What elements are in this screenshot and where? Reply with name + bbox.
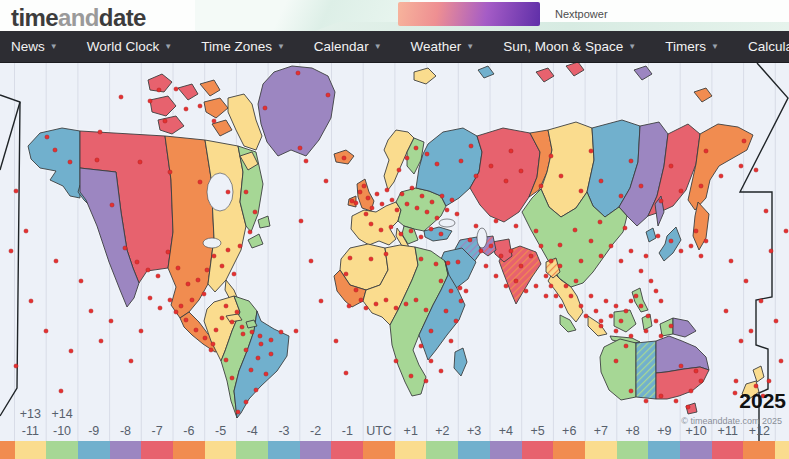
city-dot[interactable] bbox=[699, 184, 703, 188]
city-dot[interactable] bbox=[598, 220, 602, 224]
city-dot[interactable] bbox=[459, 299, 463, 303]
city-dot[interactable] bbox=[514, 224, 518, 228]
landmasses[interactable] bbox=[28, 63, 764, 418]
city-dot[interactable] bbox=[779, 359, 783, 363]
city-dot[interactable] bbox=[519, 169, 523, 173]
city-dot[interactable] bbox=[168, 298, 172, 302]
city-dot[interactable] bbox=[362, 184, 366, 188]
city-dot[interactable] bbox=[109, 319, 113, 323]
city-dot[interactable] bbox=[589, 239, 593, 243]
city-dot[interactable] bbox=[232, 272, 236, 276]
city-dot[interactable] bbox=[54, 259, 58, 263]
city-dot[interactable] bbox=[629, 389, 633, 393]
city-dot[interactable] bbox=[253, 210, 257, 214]
city-dot[interactable] bbox=[319, 299, 323, 303]
city-dot[interactable] bbox=[269, 338, 273, 342]
city-dot[interactable] bbox=[347, 304, 351, 308]
city-dot[interactable] bbox=[529, 254, 533, 258]
city-dot[interactable] bbox=[623, 226, 627, 230]
city-dot[interactable] bbox=[9, 249, 13, 253]
city-dot[interactable] bbox=[399, 232, 403, 236]
city-dot[interactable] bbox=[298, 146, 302, 150]
city-dot[interactable] bbox=[539, 184, 543, 188]
city-dot[interactable] bbox=[704, 149, 708, 153]
city-dot[interactable] bbox=[334, 339, 338, 343]
city-dot[interactable] bbox=[573, 228, 577, 232]
city-dot[interactable] bbox=[250, 330, 254, 334]
city-dot[interactable] bbox=[119, 95, 123, 99]
city-dot[interactable] bbox=[435, 162, 439, 166]
nav-item-sun-moon-space[interactable]: Sun, Moon & Space▼ bbox=[503, 39, 636, 54]
city-dot[interactable] bbox=[609, 314, 613, 318]
city-dot[interactable] bbox=[369, 222, 373, 226]
city-dot[interactable] bbox=[364, 306, 368, 310]
city-dot[interactable] bbox=[419, 235, 423, 239]
city-dot[interactable] bbox=[439, 369, 443, 373]
city-dot[interactable] bbox=[397, 168, 401, 172]
city-dot[interactable] bbox=[89, 309, 93, 313]
city-dot[interactable] bbox=[409, 374, 413, 378]
city-dot[interactable] bbox=[694, 369, 698, 373]
city-dot[interactable] bbox=[176, 266, 180, 270]
city-dot[interactable] bbox=[679, 249, 683, 253]
city-dot[interactable] bbox=[429, 227, 433, 231]
nav-item-weather[interactable]: Weather▼ bbox=[411, 39, 475, 54]
city-dot[interactable] bbox=[296, 71, 300, 75]
city-dot[interactable] bbox=[489, 164, 493, 168]
city-dot[interactable] bbox=[190, 298, 194, 302]
city-dot[interactable] bbox=[249, 368, 253, 372]
city-dot[interactable] bbox=[384, 252, 388, 256]
city-dot[interactable] bbox=[241, 332, 245, 336]
city-dot[interactable] bbox=[304, 159, 308, 163]
nav-item-world-clock[interactable]: World Clock▼ bbox=[87, 39, 172, 54]
city-dot[interactable] bbox=[444, 309, 448, 313]
city-dot[interactable] bbox=[599, 179, 603, 183]
city-dot[interactable] bbox=[579, 259, 583, 263]
city-dot[interactable] bbox=[44, 329, 48, 333]
city-dot[interactable] bbox=[656, 234, 660, 238]
city-dot[interactable] bbox=[129, 359, 133, 363]
nav-item-timers[interactable]: Timers▼ bbox=[665, 39, 719, 54]
city-dot[interactable] bbox=[264, 372, 268, 376]
city-dot[interactable] bbox=[138, 160, 142, 164]
city-dot[interactable] bbox=[203, 336, 207, 340]
city-dot[interactable] bbox=[220, 316, 224, 320]
city-dot[interactable] bbox=[198, 180, 202, 184]
city-dot[interactable] bbox=[224, 358, 228, 362]
city-dot[interactable] bbox=[446, 261, 450, 265]
city-dot[interactable] bbox=[224, 304, 228, 308]
city-dot[interactable] bbox=[379, 228, 383, 232]
city-dot[interactable] bbox=[699, 379, 703, 383]
city-dot[interactable] bbox=[196, 278, 200, 282]
city-dot[interactable] bbox=[380, 202, 384, 206]
city-dot[interactable] bbox=[624, 309, 628, 313]
city-dot[interactable] bbox=[739, 164, 743, 168]
city-dot[interactable] bbox=[579, 189, 583, 193]
city-dot[interactable] bbox=[589, 294, 593, 298]
city-dot[interactable] bbox=[69, 349, 73, 353]
city-dot[interactable] bbox=[14, 364, 18, 368]
city-dot[interactable] bbox=[256, 356, 260, 360]
city-dot[interactable] bbox=[574, 279, 578, 283]
city-dot[interactable] bbox=[45, 135, 49, 139]
city-dot[interactable] bbox=[344, 371, 348, 375]
city-dot[interactable] bbox=[146, 268, 150, 272]
city-dot[interactable] bbox=[194, 328, 198, 332]
city-dot[interactable] bbox=[539, 244, 543, 248]
city-dot[interactable] bbox=[263, 106, 267, 110]
city-dot[interactable] bbox=[468, 238, 472, 242]
city-dot[interactable] bbox=[157, 88, 161, 92]
city-dot[interactable] bbox=[639, 269, 643, 273]
city-dot[interactable] bbox=[604, 299, 608, 303]
city-dot[interactable] bbox=[629, 249, 633, 253]
city-dot[interactable] bbox=[509, 249, 513, 253]
nav-item-calculators[interactable]: Calculators▼ bbox=[748, 39, 789, 54]
city-dot[interactable] bbox=[599, 254, 603, 258]
city-dot[interactable] bbox=[244, 400, 248, 404]
city-dot[interactable] bbox=[244, 190, 248, 194]
city-dot[interactable] bbox=[209, 348, 213, 352]
city-dot[interactable] bbox=[410, 186, 414, 190]
city-dot[interactable] bbox=[584, 314, 588, 318]
city-dot[interactable] bbox=[724, 309, 728, 313]
city-dot[interactable] bbox=[754, 384, 758, 388]
